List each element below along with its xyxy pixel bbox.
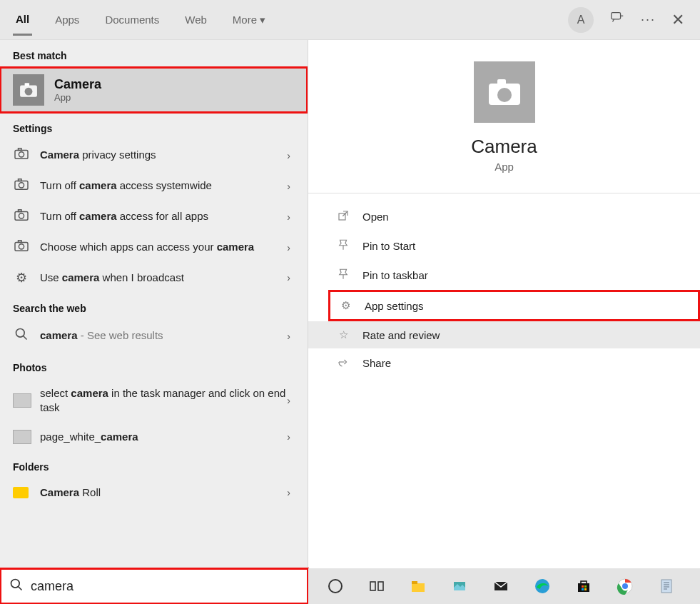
section-settings: Settings — [0, 113, 308, 140]
svg-point-2 — [25, 88, 33, 96]
camera-app-icon — [13, 74, 44, 106]
app-subtitle: App — [308, 161, 700, 173]
star-icon: ☆ — [335, 328, 351, 341]
action-app-settings[interactable]: ⚙ App settings — [330, 292, 698, 319]
results-panel: Best match Camera App Settings Camera pr… — [0, 40, 308, 568]
cortana-icon[interactable] — [324, 575, 347, 598]
svg-rect-32 — [584, 585, 587, 588]
chevron-right-icon: › — [287, 242, 290, 253]
edge-icon[interactable] — [531, 575, 554, 598]
svg-rect-23 — [370, 582, 375, 590]
store-icon[interactable] — [572, 575, 595, 598]
svg-point-8 — [19, 183, 24, 188]
section-best-match: Best match — [0, 40, 308, 67]
gear-icon: ⚙ — [338, 299, 353, 312]
svg-rect-3 — [25, 83, 30, 86]
chevron-right-icon: › — [287, 331, 290, 342]
svg-rect-33 — [582, 588, 584, 590]
action-pin-start[interactable]: Pin to Start — [308, 231, 700, 261]
pin-icon — [335, 268, 351, 283]
search-box[interactable] — [0, 568, 308, 604]
chevron-right-icon: › — [287, 431, 290, 443]
taskbar — [308, 568, 700, 604]
svg-rect-26 — [412, 581, 417, 584]
setting-camera-privacy[interactable]: Camera privacy settings › — [0, 140, 308, 171]
open-icon — [335, 209, 351, 224]
tab-more[interactable]: More▾ — [230, 5, 268, 35]
chevron-right-icon: › — [287, 181, 290, 192]
svg-rect-6 — [19, 149, 22, 151]
svg-point-5 — [19, 152, 24, 157]
svg-rect-0 — [612, 13, 621, 19]
explorer-icon[interactable] — [407, 575, 430, 598]
setting-choose-apps[interactable]: Choose which apps can access your camera… — [0, 232, 308, 263]
svg-point-36 — [622, 583, 628, 589]
avatar[interactable]: A — [568, 7, 594, 33]
tab-apps[interactable]: Apps — [52, 5, 82, 34]
chevron-right-icon: › — [287, 211, 290, 223]
search-icon — [13, 327, 30, 345]
bottom-bar — [0, 568, 700, 604]
svg-rect-19 — [497, 79, 506, 85]
action-pin-taskbar[interactable]: Pin to taskbar — [308, 261, 700, 290]
svg-point-16 — [16, 329, 25, 338]
action-share[interactable]: Share — [308, 348, 700, 378]
svg-rect-24 — [378, 582, 383, 590]
search-input[interactable] — [31, 579, 299, 594]
section-photos: Photos — [0, 352, 308, 379]
gear-icon: ⚙ — [13, 270, 30, 286]
more-icon[interactable]: ··· — [641, 12, 656, 27]
setting-turn-off-all-apps[interactable]: Turn off camera access for all apps › — [0, 201, 308, 232]
photo-thumb-icon — [13, 430, 30, 444]
web-result[interactable]: camera - See web results › — [0, 320, 308, 352]
notepad-icon[interactable] — [655, 575, 678, 598]
feedback-icon[interactable] — [609, 10, 625, 29]
photo-result-2[interactable]: page_white_camera › — [0, 423, 308, 451]
taskview-icon[interactable] — [365, 575, 388, 598]
highlight-app-settings: ⚙ App settings — [328, 290, 700, 321]
tab-web[interactable]: Web — [182, 5, 210, 34]
chevron-right-icon: › — [287, 395, 290, 406]
chevron-right-icon: › — [287, 150, 290, 161]
tab-all[interactable]: All — [13, 4, 32, 36]
app-large-icon — [474, 61, 535, 123]
search-icon — [9, 578, 24, 595]
mail-icon[interactable] — [490, 575, 512, 598]
best-match-subtitle: App — [54, 92, 101, 103]
camera-icon — [13, 147, 30, 163]
chevron-down-icon: ▾ — [260, 14, 265, 26]
svg-rect-9 — [19, 179, 22, 181]
svg-rect-31 — [582, 585, 584, 588]
tab-strip: All Apps Documents Web More▾ — [0, 0, 568, 39]
share-icon — [335, 356, 351, 371]
app-title: Camera — [308, 136, 700, 158]
action-open[interactable]: Open — [308, 202, 700, 231]
svg-point-21 — [11, 579, 20, 588]
folder-icon — [13, 487, 30, 498]
tab-documents[interactable]: Documents — [102, 5, 162, 34]
setting-broadcast[interactable]: ⚙ Use camera when I broadcast › — [0, 263, 308, 293]
separator — [308, 193, 700, 193]
action-rate-review[interactable]: ☆ Rate and review — [308, 321, 700, 348]
svg-point-11 — [19, 213, 24, 218]
svg-rect-15 — [19, 241, 22, 243]
paint3d-icon[interactable] — [448, 575, 471, 598]
camera-icon — [13, 208, 30, 225]
svg-point-14 — [19, 244, 24, 249]
section-folders: Folders — [0, 451, 308, 478]
svg-rect-37 — [661, 580, 671, 593]
svg-point-22 — [329, 580, 342, 593]
camera-icon — [13, 239, 30, 256]
folder-result-1[interactable]: Camera Roll › — [0, 478, 308, 507]
chevron-right-icon: › — [287, 487, 290, 498]
close-icon[interactable]: ✕ — [671, 11, 684, 29]
top-bar: All Apps Documents Web More▾ A ··· ✕ — [0, 0, 700, 40]
svg-rect-12 — [19, 210, 22, 212]
photo-result-1[interactable]: select camera in the task manager and cl… — [0, 379, 308, 423]
svg-rect-34 — [584, 588, 587, 590]
result-best-match[interactable]: Camera App — [0, 67, 308, 113]
chrome-icon[interactable] — [614, 575, 636, 598]
photo-thumb-icon — [13, 393, 30, 408]
camera-icon — [13, 178, 30, 194]
setting-turn-off-systemwide[interactable]: Turn off camera access systemwide › — [0, 171, 308, 201]
